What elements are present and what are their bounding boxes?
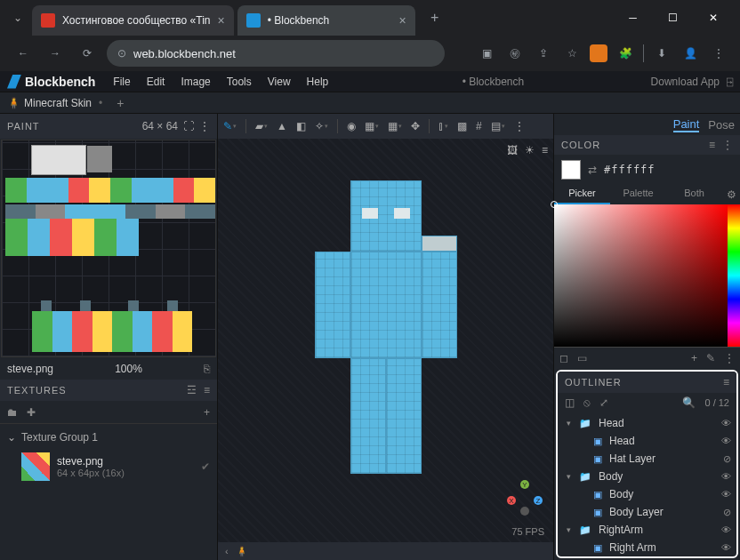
visibility-icon[interactable]: ⊘	[723, 453, 731, 465]
more-icon[interactable]: ⋮	[724, 352, 735, 364]
uv-menu-icon[interactable]: ⋮	[199, 120, 210, 132]
profile-icon[interactable]: 👤	[680, 43, 701, 64]
expand-icon[interactable]: ⤢	[599, 396, 608, 409]
tree-row[interactable]: ▣Right Arm👁	[558, 539, 736, 556]
hide-icon[interactable]: ⦸	[583, 396, 591, 409]
shape-tool-icon[interactable]: ▲	[277, 120, 287, 132]
left-arm-cube[interactable]	[315, 252, 350, 358]
maximize-button[interactable]: ☐	[653, 4, 693, 31]
picker-tab-both[interactable]: Both	[666, 185, 722, 204]
add-icon[interactable]: +	[691, 352, 697, 364]
hue-slider[interactable]	[728, 204, 740, 347]
grid1-icon[interactable]: ▦▾	[365, 120, 379, 132]
download-icon[interactable]: ⬇	[651, 43, 672, 64]
fullscreen-icon[interactable]: ⛶	[183, 120, 194, 132]
close-button[interactable]: ✕	[693, 4, 733, 31]
tree-row[interactable]: ▾📁Body👁	[558, 468, 736, 485]
tree-row[interactable]: ▣Head👁	[558, 432, 736, 450]
tree-row[interactable]: ▾📁RightArm👁	[558, 521, 736, 539]
cast-icon[interactable]: ▣	[476, 43, 497, 64]
tab-dropdown[interactable]: ⌄	[7, 5, 28, 30]
eraser-tool-icon[interactable]: ◧	[296, 120, 306, 132]
status-back-icon[interactable]: ‹	[225, 546, 229, 556]
download-app-link[interactable]: Download App	[651, 76, 720, 88]
head-cube[interactable]	[350, 180, 422, 252]
mode-tab-pose[interactable]: Pose	[708, 118, 735, 132]
toggle-icon[interactable]: ◫	[565, 396, 575, 409]
brush-tool-icon[interactable]: ✎▾	[223, 120, 237, 132]
gradient-tool-icon[interactable]: ✧▾	[315, 120, 328, 132]
menu-image[interactable]: Image	[173, 74, 217, 90]
forward-button[interactable]: →	[43, 41, 68, 66]
fill-tool-icon[interactable]: ▰▾	[255, 120, 268, 132]
lock-icon[interactable]: ▩	[457, 120, 467, 132]
view-menu-icon[interactable]: ≡	[542, 144, 548, 156]
copy-icon[interactable]: ⎘	[204, 363, 210, 375]
menu-icon[interactable]: ⋮	[708, 43, 729, 64]
texture-row[interactable]: steve.png 64 x 64px (16x) ✔	[7, 447, 210, 486]
menu-file[interactable]: File	[106, 74, 137, 90]
visibility-icon[interactable]: 👁	[721, 471, 731, 482]
tree-row[interactable]: ▣Body👁	[558, 485, 736, 503]
import-icon[interactable]: 🖿	[7, 406, 18, 419]
eyedropper-icon[interactable]: ✎	[706, 352, 715, 364]
snap-icon[interactable]: #	[476, 120, 482, 132]
menu-edit[interactable]: Edit	[140, 74, 173, 90]
screenshot-icon[interactable]: 🖼	[507, 144, 518, 156]
add-folder-icon[interactable]: ▭	[577, 352, 587, 364]
toolbar-menu-icon[interactable]: ⋮	[514, 120, 525, 132]
search-icon[interactable]: 🔍	[682, 396, 696, 409]
picker-tab-picker[interactable]: Picker	[554, 185, 610, 204]
tree-row[interactable]: ▣Hat Layer⊘	[558, 450, 736, 468]
panel-menu-icon[interactable]: ≡	[723, 376, 729, 388]
gear-icon[interactable]: ⚙	[722, 185, 740, 204]
saturation-value-box[interactable]	[554, 204, 728, 347]
tree-row[interactable]: ▣Body Layer⊘	[558, 503, 736, 521]
tree-row[interactable]: ▾📁Head👁	[558, 414, 736, 432]
app-logo[interactable]: Blockbench	[7, 75, 95, 89]
panel-menu-icon[interactable]: ≡	[204, 384, 210, 396]
tab-close-icon[interactable]: ×	[399, 13, 406, 28]
grid2-icon[interactable]: ▦▾	[388, 120, 402, 132]
visibility-icon[interactable]: 👁	[721, 542, 731, 553]
menu-help[interactable]: Help	[300, 74, 336, 90]
menu-view[interactable]: View	[261, 74, 298, 90]
color-swatch[interactable]	[561, 160, 581, 180]
panel-more-icon[interactable]: ⋮	[722, 139, 733, 151]
orientation-gizmo[interactable]: Y X Z	[507, 480, 543, 516]
status-person-icon[interactable]: 🧍	[236, 546, 248, 557]
mode-select[interactable]: 🧍 Minecraft Skin	[7, 97, 92, 109]
body-cube[interactable]	[350, 252, 422, 358]
layers-icon[interactable]: ☲	[187, 384, 197, 396]
visibility-icon[interactable]: 👁	[721, 418, 731, 428]
color-picker[interactable]	[554, 204, 740, 347]
tab-close-icon[interactable]: ×	[218, 13, 225, 28]
visibility-icon[interactable]: 👁	[721, 524, 731, 535]
back-button[interactable]: ←	[11, 41, 36, 66]
viewport[interactable]: 🖼 ☀ ≡ Y X Z 75	[218, 139, 553, 542]
add-tab-button[interactable]: +	[117, 96, 124, 110]
uv-editor[interactable]	[1, 140, 216, 357]
visibility-icon[interactable]: 👁	[721, 489, 731, 500]
mode-tab-paint[interactable]: Paint	[673, 117, 700, 132]
bookmark-icon[interactable]: ☆	[561, 43, 583, 64]
swap-icon[interactable]: ⇄	[588, 164, 597, 176]
right-leg-cube[interactable]	[386, 358, 422, 474]
add-texture-button[interactable]: +	[204, 406, 210, 419]
hex-value[interactable]: #ffffff	[604, 164, 656, 176]
left-leg-cube[interactable]	[350, 358, 386, 474]
new-tab-button[interactable]: +	[422, 5, 447, 30]
translate-icon[interactable]: ㊙	[504, 43, 526, 64]
panel-menu-icon[interactable]: ≡	[709, 139, 715, 151]
view-icon[interactable]: ▤▾	[491, 120, 505, 132]
url-field[interactable]: ⊙ web.blockbench.net	[107, 40, 445, 67]
share-icon[interactable]: ⇪	[533, 43, 554, 64]
add-cube-icon[interactable]: ◻	[559, 352, 568, 364]
texture-group-header[interactable]: ⌄ Texture Group 1	[7, 428, 210, 447]
browser-tab[interactable]: • Blockbench ×	[237, 5, 415, 36]
right-arm-cube[interactable]	[422, 252, 457, 358]
picker-tab-palette[interactable]: Palette	[610, 185, 666, 204]
mirror-icon[interactable]: ⫿▾	[438, 120, 448, 132]
reload-button[interactable]: ⟳	[75, 41, 100, 66]
minimize-button[interactable]: ─	[613, 4, 653, 31]
